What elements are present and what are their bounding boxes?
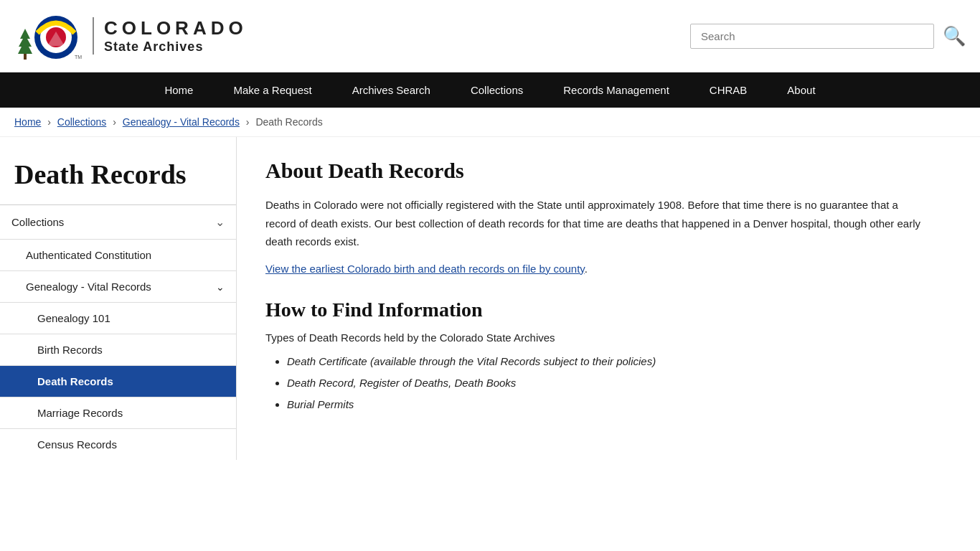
- logo-area: TM COLORADO State Archives: [14, 7, 248, 65]
- section1-heading: About Death Records: [265, 159, 925, 183]
- logo-text: COLORADO State Archives: [93, 17, 248, 55]
- breadcrumb-sep-1: ›: [47, 116, 51, 128]
- bullet-item-2: Burial Permits: [287, 394, 925, 415]
- sidebar: Death Records Collections ⌄ Authenticate…: [0, 137, 237, 460]
- section2-heading: How to Find Information: [265, 298, 925, 321]
- nav-item-home[interactable]: Home: [144, 72, 213, 108]
- breadcrumb-genealogy[interactable]: Genealogy - Vital Records: [123, 116, 240, 128]
- sidebar-item-genealogy101[interactable]: Genealogy 101: [0, 302, 236, 334]
- nav-item-archives-search[interactable]: Archives Search: [332, 72, 451, 108]
- svg-rect-1: [24, 54, 27, 60]
- genealogy-chevron-icon: ⌄: [216, 281, 225, 293]
- search-input[interactable]: [690, 24, 934, 49]
- main-content: About Death Records Deaths in Colorado w…: [237, 137, 954, 460]
- sidebar-item-census-records[interactable]: Census Records: [0, 428, 236, 460]
- sidebar-genealogy-vital-toggle[interactable]: Genealogy - Vital Records ⌄: [0, 270, 236, 302]
- breadcrumb-collections[interactable]: Collections: [57, 116, 106, 128]
- breadcrumb-current: Death Records: [255, 116, 322, 128]
- section1-link[interactable]: View the earliest Colorado birth and dea…: [265, 263, 585, 275]
- nav-item-records-mgmt[interactable]: Records Management: [543, 72, 689, 108]
- nav-item-chrab[interactable]: CHRAB: [689, 72, 768, 108]
- search-button[interactable]: 🔍: [943, 25, 966, 47]
- sidebar-collections-label: Collections: [11, 216, 64, 228]
- sidebar-item-authenticated-constitution[interactable]: Authenticated Constitution: [0, 239, 236, 270]
- bullet-item-0: Death Certificate (available through the…: [287, 351, 925, 372]
- chevron-icon: ⌄: [215, 215, 225, 229]
- sidebar-item-birth-records[interactable]: Birth Records: [0, 334, 236, 365]
- svg-text:TM: TM: [75, 55, 82, 60]
- section1-text: Deaths in Colorado were not officially r…: [265, 196, 925, 251]
- page-title-area: Death Records: [0, 151, 236, 204]
- site-header: TM COLORADO State Archives 🔍: [0, 0, 980, 72]
- sidebar-item-death-records[interactable]: Death Records: [0, 365, 236, 397]
- svg-marker-0: [18, 29, 32, 54]
- state-name: COLORADO: [104, 17, 248, 39]
- bullet-list: Death Certificate (available through the…: [265, 351, 925, 415]
- sidebar-item-marriage-records[interactable]: Marriage Records: [0, 397, 236, 428]
- breadcrumb-home[interactable]: Home: [14, 116, 41, 128]
- section2-sublabel: Types of Death Records held by the Color…: [265, 331, 925, 344]
- sidebar-collections-group: Collections ⌄ Authenticated Constitution…: [0, 204, 236, 460]
- nav-item-collections[interactable]: Collections: [451, 72, 543, 108]
- sidebar-collections-toggle[interactable]: Collections ⌄: [0, 205, 236, 239]
- header-search-area: 🔍: [690, 24, 966, 49]
- breadcrumb-sep-2: ›: [113, 116, 116, 128]
- bullet-item-1: Death Record, Register of Deaths, Death …: [287, 372, 925, 394]
- page-body: Death Records Collections ⌄ Authenticate…: [0, 137, 980, 460]
- nav-item-make-request[interactable]: Make a Request: [213, 72, 331, 108]
- breadcrumb-sep-3: ›: [246, 116, 250, 128]
- section1-period: .: [585, 263, 588, 275]
- main-nav: Home Make a Request Archives Search Coll…: [0, 72, 980, 108]
- colorado-logo: TM: [14, 7, 83, 65]
- state-sub: State Archives: [104, 39, 248, 55]
- nav-item-about[interactable]: About: [767, 72, 835, 108]
- page-title: Death Records: [14, 159, 222, 190]
- breadcrumb: Home › Collections › Genealogy - Vital R…: [0, 108, 980, 137]
